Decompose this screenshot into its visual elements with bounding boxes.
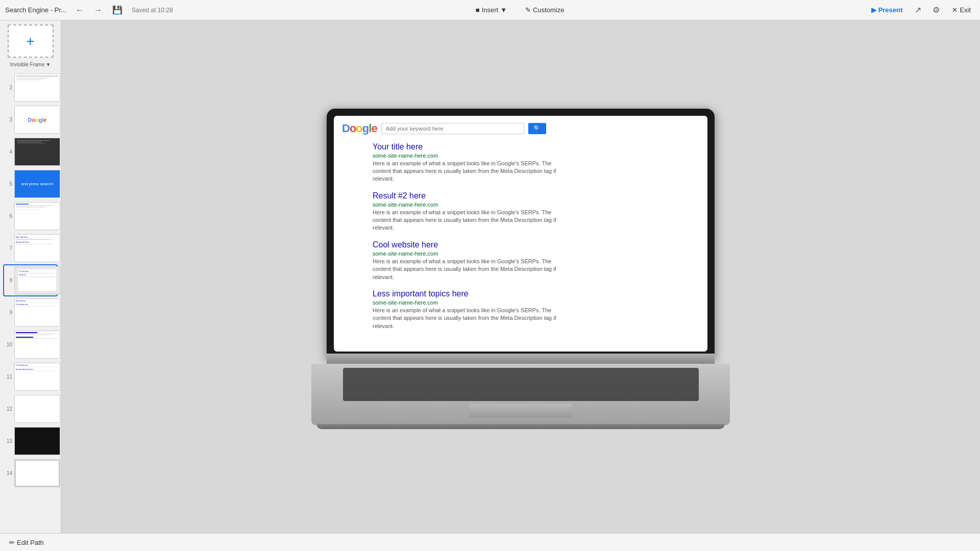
slide-number: 7: [5, 245, 12, 251]
pencil-icon: ✎: [525, 6, 531, 14]
slide-number: 5: [5, 181, 12, 187]
slide-number: 14: [5, 470, 12, 476]
toolbar: Search Engine - Pr... ← → 💾 Saved at 10:…: [0, 0, 980, 20]
slide-item-5[interactable]: 5 and press search!: [4, 169, 57, 199]
result-title-1: Your title here: [373, 142, 567, 152]
search-button[interactable]: 🔍: [528, 123, 546, 134]
insert-chevron-icon: ▼: [500, 6, 507, 14]
slide-number: 2: [5, 85, 12, 90]
slide-item-2[interactable]: 2: [4, 72, 57, 103]
result-item-4: Less important topics here some-site-nam…: [373, 289, 567, 330]
edit-path-icon: ✏: [9, 539, 15, 546]
slide-number: 12: [5, 406, 12, 412]
laptop-trackpad: [469, 403, 573, 418]
slide-item-13[interactable]: 13: [4, 426, 57, 456]
slide-thumbnail-13: [14, 427, 60, 455]
slide-list: 2 3 Doogle: [0, 70, 61, 490]
app-title: Search Engine - Pr...: [5, 6, 66, 14]
share-button[interactable]: ↗: [912, 3, 924, 17]
result-url-4: some-site-name-here.com: [373, 299, 567, 306]
result-item-2: Result #2 here some-site-name-here.com H…: [373, 191, 567, 232]
laptop-mockup: Doogle 🔍 Your title here some-site-name-…: [311, 109, 730, 445]
laptop-keyboard: [343, 368, 699, 401]
slide-thumbnail-11: Cool website here less important topics …: [14, 363, 60, 391]
insert-icon: ■: [476, 6, 480, 14]
search-results: Your title here some-site-name-here.com …: [342, 142, 699, 331]
main-area: + Invisible Frame ▼ 2 3: [0, 20, 980, 533]
result-snippet-3: Here is an example of what a snippet loo…: [373, 258, 567, 281]
slide-thumbnail-9: Result #2 here Cool website here: [14, 298, 60, 327]
slide-thumbnail-12: [14, 395, 60, 423]
slide-item-8[interactable]: 8 Your title here Result #2: [4, 265, 57, 295]
redo-button[interactable]: →: [91, 4, 105, 17]
result-snippet-1: Here is an example of what a snippet loo…: [373, 160, 567, 183]
edit-path-button[interactable]: ✏ Edit Path: [5, 537, 48, 548]
frame-chevron-icon: ▼: [45, 62, 51, 67]
laptop-keyboard-area: [311, 364, 730, 425]
close-icon: ✕: [952, 6, 958, 14]
slide-item-14[interactable]: 14: [4, 458, 57, 488]
add-slide-button[interactable]: +: [8, 24, 54, 58]
frame-label: Invisible Frame ▼: [0, 62, 61, 67]
slide-panel: + Invisible Frame ▼ 2 3: [0, 20, 61, 533]
result-item-3: Cool website here some-site-name-here.co…: [373, 240, 567, 281]
slide-number: 6: [5, 213, 12, 219]
slide-item-4[interactable]: 4: [4, 137, 57, 167]
settings-button[interactable]: ⚙: [929, 3, 943, 17]
slide-number: 8: [5, 278, 12, 283]
result-title-3: Cool website here: [373, 240, 567, 249]
result-snippet-2: Here is an example of what a snippet loo…: [373, 209, 567, 232]
slide-item-7[interactable]: 7 blue title here Result #2 here: [4, 233, 57, 263]
google-logo: Doogle: [342, 122, 377, 135]
slide-thumbnail-8: Your title here Result #2: [14, 266, 60, 294]
google-serp-page: Doogle 🔍 Your title here some-site-name-…: [334, 116, 707, 337]
result-url-3: some-site-name-here.com: [373, 251, 567, 257]
slide-item-9[interactable]: 9 Result #2 here Cool website here: [4, 297, 57, 328]
result-item-1: Your title here some-site-name-here.com …: [373, 142, 567, 183]
slide-number: 4: [5, 149, 12, 155]
result-url-1: some-site-name-here.com: [373, 153, 567, 159]
slide-number: 10: [5, 342, 12, 347]
present-button[interactable]: ▶ Present: [867, 4, 907, 16]
slide-thumbnail-3: Doogle: [14, 106, 60, 134]
result-snippet-4: Here is an example of what a snippet loo…: [373, 307, 567, 330]
slide-item-3[interactable]: 3 Doogle: [4, 105, 57, 135]
slide-item-11[interactable]: 11 Cool website here less important topi…: [4, 362, 57, 392]
slide-thumbnail-6: [14, 202, 60, 230]
slide-thumbnail-4: [14, 138, 60, 166]
laptop-base: [311, 354, 730, 445]
customize-button[interactable]: ✎ Customize: [521, 4, 568, 16]
slide-number: 9: [5, 310, 12, 315]
slide-item-6[interactable]: 6: [4, 201, 57, 231]
result-title-4: Less important topics here: [373, 289, 567, 298]
play-icon: ▶: [871, 6, 876, 14]
result-title-2: Result #2 here: [373, 191, 567, 201]
canvas-area: Doogle 🔍 Your title here some-site-name-…: [61, 20, 980, 533]
slide-number: 13: [5, 438, 12, 444]
save-button[interactable]: 💾: [109, 3, 126, 17]
slide-thumbnail-5: and press search!: [14, 170, 60, 198]
result-url-2: some-site-name-here.com: [373, 202, 567, 208]
slide-number: 11: [5, 374, 12, 380]
slide-item-12[interactable]: 12: [4, 394, 57, 424]
laptop-screen-outer: Doogle 🔍 Your title here some-site-name-…: [327, 109, 715, 359]
saved-status: Saved at 10:28: [132, 7, 173, 14]
undo-button[interactable]: ←: [72, 4, 87, 17]
slide-thumbnail-2: [14, 73, 60, 102]
laptop-foot: [316, 424, 725, 429]
laptop-screen-bezel: Doogle 🔍 Your title here some-site-name-…: [334, 116, 707, 352]
slide-thumbnail-10: [14, 331, 60, 359]
bottom-bar: ✏ Edit Path: [0, 533, 980, 551]
google-search-bar: Doogle 🔍: [342, 122, 699, 135]
search-input[interactable]: [381, 123, 524, 134]
exit-button[interactable]: ✕ Exit: [948, 4, 975, 16]
slide-item-10[interactable]: 10: [4, 330, 57, 360]
slide-thumbnail-14: [14, 459, 60, 487]
insert-button[interactable]: ■ Insert ▼: [472, 4, 511, 16]
slide-number: 3: [5, 117, 12, 122]
laptop-hinge: [327, 354, 715, 364]
laptop-screen-content: Doogle 🔍 Your title here some-site-name-…: [334, 116, 707, 352]
slide-thumbnail-7: blue title here Result #2 here: [14, 234, 60, 262]
